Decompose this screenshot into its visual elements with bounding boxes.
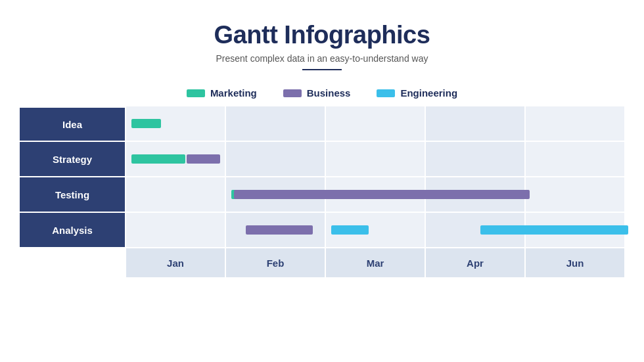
grid-cell-strategy-jan xyxy=(125,142,225,177)
grid-cell-strategy-jun xyxy=(524,142,624,177)
legend-item-marketing: Marketing xyxy=(187,87,257,99)
month-header-empty xyxy=(20,248,125,277)
grid-cell-idea-apr xyxy=(425,106,524,142)
grid-cell-idea-feb xyxy=(225,106,325,142)
legend-label-business: Business xyxy=(307,87,351,99)
grid-cell-analysis-mar xyxy=(325,213,425,248)
grid-cell-idea-jun xyxy=(524,106,624,142)
grid-cell-testing-jun xyxy=(524,177,624,213)
gantt-chart: Idea Strategy Testing Analysis xyxy=(20,106,624,277)
grid-cell-idea-jan xyxy=(125,106,225,142)
row-label-idea: Idea xyxy=(20,106,125,142)
month-header-apr: Apr xyxy=(425,248,524,277)
page-title: Gantt Infographics xyxy=(214,21,430,49)
divider xyxy=(302,69,342,70)
bar-idea-marketing xyxy=(131,119,161,128)
grid-cell-testing-jan xyxy=(125,177,225,213)
month-header-mar: Mar xyxy=(325,248,425,277)
legend: Marketing Business Engineering xyxy=(187,87,457,99)
bar-analysis-engineering-mar xyxy=(331,225,369,235)
legend-label-engineering: Engineering xyxy=(400,87,457,99)
legend-color-business xyxy=(283,89,302,97)
subtitle: Present complex data in an easy-to-under… xyxy=(214,53,430,64)
gantt-grid: Idea Strategy Testing Analysis xyxy=(20,106,624,277)
bar-analysis-engineering-apr xyxy=(480,225,628,235)
legend-color-engineering xyxy=(377,89,395,97)
row-label-analysis: Analysis xyxy=(20,213,125,248)
grid-cell-strategy-apr xyxy=(425,142,524,177)
grid-cell-analysis-apr xyxy=(425,213,524,248)
grid-cell-idea-mar xyxy=(325,106,425,142)
legend-label-marketing: Marketing xyxy=(210,87,257,99)
bar-strategy-marketing xyxy=(131,154,186,164)
bar-analysis-business xyxy=(246,225,313,235)
grid-cell-analysis-jan xyxy=(125,213,225,248)
header: Gantt Infographics Present complex data … xyxy=(214,21,430,70)
row-label-strategy: Strategy xyxy=(20,142,125,177)
legend-color-marketing xyxy=(187,89,205,97)
grid-cell-testing-apr xyxy=(425,177,524,213)
row-label-testing: Testing xyxy=(20,177,125,213)
legend-item-business: Business xyxy=(283,87,351,99)
legend-item-engineering: Engineering xyxy=(377,87,457,99)
month-header-jun: Jun xyxy=(524,248,624,277)
month-header-jan: Jan xyxy=(125,248,225,277)
grid-cell-strategy-feb xyxy=(225,142,325,177)
grid-cell-strategy-mar xyxy=(325,142,425,177)
month-header-feb: Feb xyxy=(225,248,325,277)
bar-testing-business xyxy=(234,190,530,199)
bar-strategy-business xyxy=(187,154,220,164)
grid-cell-analysis-feb xyxy=(225,213,325,248)
